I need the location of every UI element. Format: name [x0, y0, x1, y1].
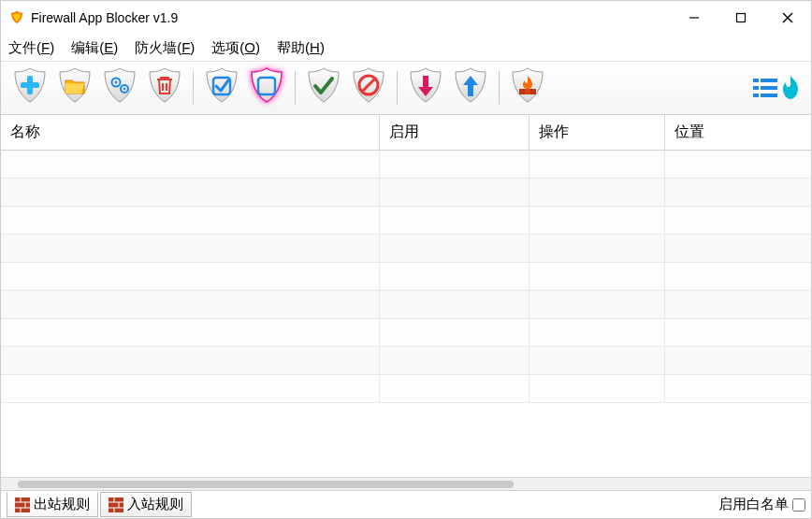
move-up-button[interactable]: [451, 66, 490, 109]
svg-rect-20: [761, 86, 777, 90]
svg-rect-16: [530, 89, 536, 94]
col-location[interactable]: 位置: [665, 115, 811, 150]
svg-rect-1: [737, 14, 746, 22]
delete-button[interactable]: [145, 66, 184, 109]
bottom-bar: 出站规则 入站规则 启用白名单: [1, 490, 811, 518]
svg-rect-21: [753, 94, 759, 97]
tab-inbound[interactable]: 入站规则: [100, 492, 192, 517]
allow-button[interactable]: [304, 66, 343, 109]
maximize-button[interactable]: [718, 1, 764, 35]
svg-rect-23: [15, 497, 30, 512]
window-title: Firewall App Blocker v1.9: [31, 10, 178, 25]
table-header: 名称 启用 操作 位置: [1, 115, 811, 151]
table-row[interactable]: [1, 263, 811, 291]
toolbar: [1, 61, 811, 115]
table-row[interactable]: [1, 207, 811, 235]
brick-icon: [15, 497, 30, 512]
svg-rect-18: [761, 79, 777, 82]
svg-point-9: [123, 88, 126, 91]
rules-table: 名称 启用 操作 位置: [1, 115, 811, 490]
flame-icon: [779, 75, 802, 101]
menu-help[interactable]: 帮助(H): [277, 39, 325, 57]
svg-rect-15: [519, 89, 525, 94]
table-row[interactable]: [1, 375, 811, 403]
app-icon: [8, 9, 25, 26]
col-enabled[interactable]: 启用: [380, 115, 529, 150]
svg-rect-19: [753, 86, 759, 90]
table-row[interactable]: [1, 347, 811, 375]
firewall-status-button[interactable]: [508, 66, 547, 109]
menu-options[interactable]: 选项(O): [211, 39, 260, 57]
whitelist-label: 启用白名单: [718, 496, 789, 513]
table-row[interactable]: [1, 319, 811, 347]
svg-rect-29: [109, 497, 123, 512]
table-row[interactable]: [1, 291, 811, 319]
svg-rect-22: [761, 94, 777, 97]
menu-file[interactable]: 文件(F): [8, 39, 54, 57]
svg-rect-17: [753, 79, 759, 82]
col-name[interactable]: 名称: [1, 115, 380, 150]
svg-rect-5: [21, 82, 39, 88]
add-button[interactable]: [10, 66, 50, 109]
title-bar: Firewall App Blocker v1.9: [1, 1, 811, 35]
minimize-button[interactable]: [671, 1, 718, 35]
block-button[interactable]: [349, 66, 388, 109]
menu-bar: 文件(F) 编辑(E) 防火墙(F) 选项(O) 帮助(H): [1, 35, 811, 61]
list-icon: [753, 77, 777, 99]
tab-outbound[interactable]: 出站规则: [7, 492, 98, 517]
svg-point-7: [115, 81, 118, 84]
close-button[interactable]: [764, 1, 811, 35]
col-action[interactable]: 操作: [529, 115, 665, 150]
move-down-button[interactable]: [406, 66, 445, 109]
panel-toggle-button[interactable]: [753, 75, 802, 101]
menu-edit[interactable]: 编辑(E): [71, 39, 118, 57]
table-row[interactable]: [1, 151, 811, 179]
open-folder-button[interactable]: [55, 66, 94, 109]
brick-icon: [109, 497, 123, 512]
window-controls: [671, 1, 811, 35]
whitelist-toggle[interactable]: 启用白名单: [718, 496, 805, 513]
uncheck-all-button[interactable]: [247, 66, 286, 109]
tab-outbound-label: 出站规则: [34, 496, 90, 513]
table-body[interactable]: [1, 151, 811, 477]
tab-inbound-label: 入站规则: [127, 496, 183, 513]
settings-button[interactable]: [100, 66, 139, 109]
whitelist-checkbox[interactable]: [792, 498, 805, 512]
table-row[interactable]: [1, 179, 811, 207]
folder-icon: [65, 80, 84, 94]
check-all-button[interactable]: [202, 66, 241, 109]
table-row[interactable]: [1, 235, 811, 263]
menu-firewall[interactable]: 防火墙(F): [135, 39, 195, 57]
horizontal-scrollbar[interactable]: [1, 477, 811, 490]
